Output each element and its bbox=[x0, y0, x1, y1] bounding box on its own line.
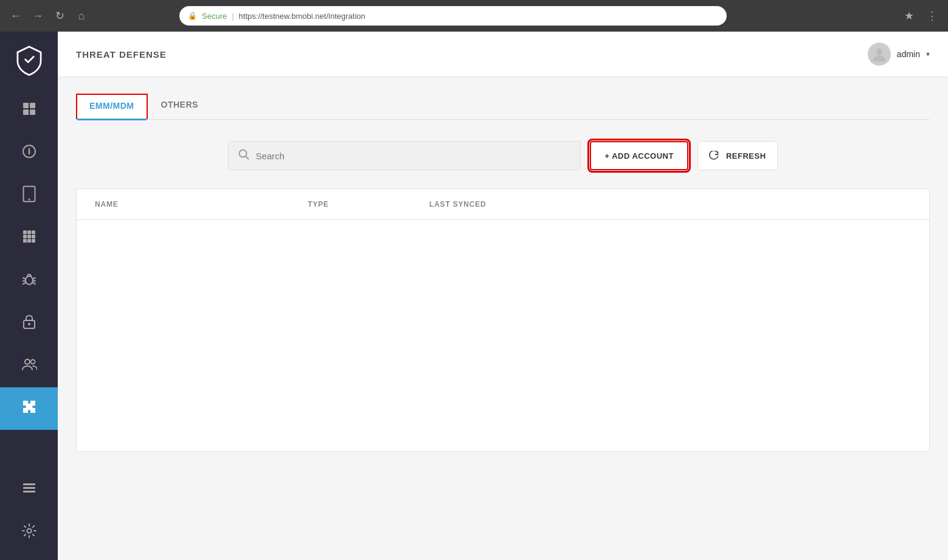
home-button[interactable]: ⌂ bbox=[73, 7, 90, 24]
svg-point-6 bbox=[28, 148, 29, 149]
svg-point-27 bbox=[25, 359, 30, 364]
user-menu[interactable]: admin ▾ bbox=[868, 43, 930, 66]
sidebar-item-users[interactable] bbox=[0, 345, 58, 387]
lock-nav-icon bbox=[22, 314, 36, 333]
settings-icon bbox=[21, 523, 37, 542]
info-icon bbox=[22, 144, 36, 162]
svg-rect-3 bbox=[30, 109, 35, 115]
svg-rect-0 bbox=[23, 103, 29, 108]
secure-label: Secure bbox=[202, 12, 227, 21]
data-table: NAME TYPE LAST SYNCED bbox=[76, 188, 930, 452]
svg-line-35 bbox=[246, 156, 249, 159]
tab-others[interactable]: OTHERS bbox=[148, 92, 212, 119]
sidebar-item-devices[interactable] bbox=[0, 175, 58, 217]
svg-rect-12 bbox=[23, 235, 27, 238]
svg-point-32 bbox=[27, 529, 31, 533]
svg-line-22 bbox=[33, 278, 35, 279]
svg-line-19 bbox=[23, 278, 26, 279]
svg-rect-29 bbox=[23, 483, 35, 485]
user-avatar bbox=[868, 43, 891, 66]
add-account-button[interactable]: + ADD ACCOUNT bbox=[590, 141, 688, 170]
sidebar-item-settings[interactable] bbox=[0, 511, 58, 554]
svg-rect-16 bbox=[27, 239, 31, 243]
apps-icon bbox=[22, 229, 36, 247]
svg-point-28 bbox=[30, 360, 35, 364]
svg-point-18 bbox=[26, 276, 33, 285]
svg-rect-2 bbox=[23, 109, 29, 115]
svg-rect-31 bbox=[23, 491, 35, 493]
device-icon bbox=[22, 185, 36, 206]
column-last-synced: LAST SYNCED bbox=[429, 200, 911, 209]
svg-rect-11 bbox=[32, 230, 35, 234]
sidebar-item-dashboard[interactable] bbox=[0, 89, 58, 132]
svg-rect-17 bbox=[32, 239, 35, 243]
refresh-button[interactable]: REFRESH bbox=[697, 141, 778, 170]
svg-line-24 bbox=[33, 283, 35, 284]
shield-logo-icon bbox=[14, 46, 44, 76]
main-content: THREAT DEFENSE admin ▾ EMM/MDM bbox=[58, 32, 948, 560]
column-name: NAME bbox=[95, 200, 308, 209]
svg-rect-9 bbox=[23, 230, 27, 234]
tab-emm-mdm[interactable]: EMM/MDM bbox=[76, 94, 148, 119]
reports-icon bbox=[22, 481, 36, 499]
sidebar-item-security[interactable] bbox=[0, 302, 58, 345]
svg-point-8 bbox=[28, 199, 30, 201]
svg-rect-15 bbox=[23, 239, 27, 243]
browser-chrome: ← → ↻ ⌂ 🔒 Secure | https://testnew.bmobi… bbox=[0, 0, 948, 32]
page-content: EMM/MDM OTHERS bbox=[58, 77, 948, 560]
table-header: NAME TYPE LAST SYNCED bbox=[77, 189, 929, 220]
url-text: https://testnew.bmobi.net/integration bbox=[239, 12, 365, 21]
back-button[interactable]: ← bbox=[7, 7, 24, 24]
chevron-down-icon: ▾ bbox=[926, 50, 930, 58]
username-label: admin bbox=[897, 49, 920, 59]
search-icon bbox=[238, 149, 249, 163]
header: THREAT DEFENSE admin ▾ bbox=[58, 32, 948, 77]
menu-button[interactable]: ⋮ bbox=[924, 7, 941, 24]
sidebar-item-info[interactable] bbox=[0, 132, 58, 175]
search-input[interactable] bbox=[255, 151, 570, 161]
svg-rect-10 bbox=[27, 230, 31, 234]
svg-point-26 bbox=[28, 323, 30, 325]
sidebar-item-reports[interactable] bbox=[0, 469, 58, 511]
sidebar-nav bbox=[0, 89, 58, 469]
svg-rect-1 bbox=[30, 103, 35, 108]
browser-actions: ★ ⋮ bbox=[901, 7, 941, 24]
address-bar[interactable]: 🔒 Secure | https://testnew.bmobi.net/int… bbox=[179, 6, 727, 26]
puzzle-icon bbox=[21, 398, 38, 419]
dashboard-icon bbox=[22, 102, 36, 120]
svg-rect-13 bbox=[27, 235, 31, 238]
app-container: THREAT DEFENSE admin ▾ EMM/MDM bbox=[0, 32, 948, 560]
sidebar bbox=[0, 32, 58, 560]
sidebar-logo bbox=[0, 32, 58, 89]
reload-button[interactable]: ↻ bbox=[51, 7, 68, 24]
sidebar-item-integration[interactable] bbox=[0, 387, 58, 430]
forward-button[interactable]: → bbox=[29, 7, 46, 24]
bookmark-button[interactable]: ★ bbox=[901, 7, 918, 24]
users-icon bbox=[21, 358, 37, 375]
page-title: THREAT DEFENSE bbox=[76, 49, 868, 60]
column-type: TYPE bbox=[308, 200, 429, 209]
separator: | bbox=[232, 12, 234, 21]
lock-icon: 🔒 bbox=[188, 12, 197, 20]
svg-rect-14 bbox=[32, 235, 35, 238]
bug-icon bbox=[22, 272, 36, 290]
tabs-bar: EMM/MDM OTHERS bbox=[76, 92, 930, 120]
sidebar-item-apps[interactable] bbox=[0, 217, 58, 260]
toolbar: + ADD ACCOUNT REFRESH bbox=[76, 135, 930, 176]
sidebar-item-threats[interactable] bbox=[0, 260, 58, 302]
refresh-label: REFRESH bbox=[726, 151, 766, 161]
sidebar-bottom bbox=[0, 469, 58, 560]
table-body bbox=[77, 220, 929, 451]
svg-rect-30 bbox=[23, 487, 35, 489]
search-bar bbox=[228, 141, 581, 170]
svg-point-33 bbox=[876, 49, 882, 55]
svg-line-21 bbox=[23, 283, 26, 284]
